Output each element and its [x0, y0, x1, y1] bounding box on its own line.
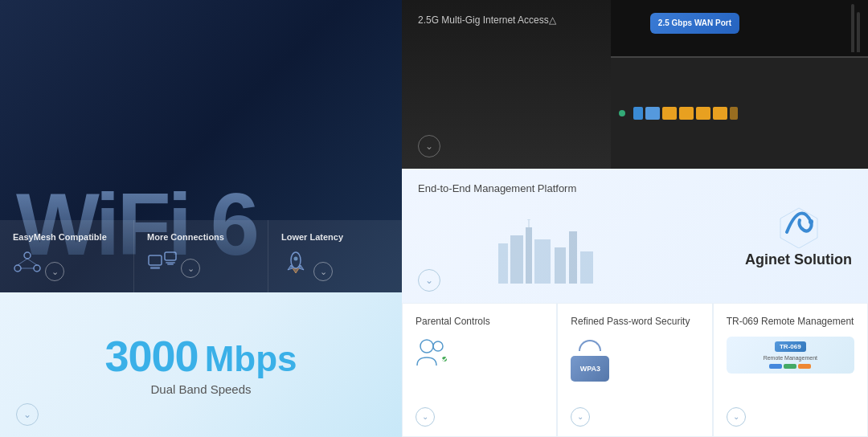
password-title: Refined Pass-word Security	[571, 315, 698, 329]
lan-port-1	[662, 107, 677, 120]
rocket-icon	[281, 249, 310, 275]
svg-point-1	[14, 265, 21, 272]
svg-rect-18	[555, 247, 566, 284]
svg-rect-19	[569, 231, 577, 284]
easymesh-feature[interactable]: EasyMesh Compatible ⌄	[0, 220, 134, 292]
usb-port	[633, 107, 643, 120]
svg-point-24	[433, 341, 443, 351]
parental-title: Parental Controls	[416, 315, 543, 329]
lan-port-5	[730, 107, 738, 120]
wan-port	[645, 107, 660, 120]
svg-rect-6	[149, 255, 162, 265]
connections-label: More Connections	[147, 231, 255, 243]
led-indicator	[619, 110, 625, 116]
parental-icon	[416, 337, 451, 369]
svg-rect-7	[150, 267, 160, 269]
svg-rect-9	[166, 262, 175, 263]
wifi6-features: EasyMesh Compatible ⌄ More Connections	[0, 220, 402, 292]
tr069-dots	[733, 364, 848, 369]
wifi6-card: WiFi 6 EasyMesh Compatible ⌄	[0, 0, 402, 292]
antenna-1	[851, 4, 854, 52]
speed-number: 3000	[104, 334, 198, 378]
right-column: 2.5G Multi-Gig Internet Access△	[402, 0, 868, 437]
aginet-brand: Aginet Solution	[745, 251, 852, 268]
latency-chevron[interactable]: ⌄	[313, 262, 333, 281]
svg-point-0	[24, 252, 31, 259]
svg-rect-17	[534, 239, 551, 284]
connections-icon	[147, 249, 178, 272]
left-column: WiFi 6 EasyMesh Compatible ⌄	[0, 0, 402, 437]
management-title: End-to-End Management Platform	[418, 182, 852, 196]
lan-port-4	[713, 107, 727, 120]
lan-port-3	[696, 107, 710, 120]
speed-chevron[interactable]: ⌄	[16, 403, 39, 426]
main-grid: WiFi 6 EasyMesh Compatible ⌄	[0, 0, 868, 437]
parental-controls-card: Parental Controls ⌄	[402, 303, 557, 437]
wan-badge: 2.5 Gbps WAN Port	[650, 13, 739, 34]
lock-shackle	[579, 340, 601, 351]
svg-point-12	[294, 257, 298, 261]
management-chevron[interactable]: ⌄	[418, 269, 440, 292]
aginet-logo-area: Aginet Solution	[745, 204, 852, 268]
parental-chevron[interactable]: ⌄	[416, 407, 435, 427]
aginet-logo-icon	[771, 204, 827, 248]
tr069-dot-1	[769, 364, 782, 369]
connections-feature[interactable]: More Connections ⌄	[134, 220, 268, 292]
speed-label: Dual Band Speeds	[150, 382, 251, 396]
city-illustration	[482, 219, 611, 287]
router-body	[611, 56, 868, 169]
tr069-dot-3	[798, 364, 811, 369]
lock-body-wpa3: WPA3	[571, 356, 609, 382]
router-chevron[interactable]: ⌄	[418, 135, 440, 157]
easymesh-chevron[interactable]: ⌄	[45, 262, 64, 281]
svg-point-2	[34, 265, 40, 272]
antenna-2	[857, 12, 860, 52]
svg-rect-14	[498, 243, 508, 284]
lock-visual: WPA3	[571, 340, 609, 382]
management-card: End-to-End Management Platform Aginet So…	[402, 169, 868, 303]
latency-label: Lower Latency	[281, 231, 389, 243]
tr069-visual: TR-069 Remote Management	[727, 337, 854, 374]
svg-line-4	[27, 259, 37, 265]
password-security-card: Refined Pass-word Security WPA3 ⌄	[557, 303, 712, 437]
svg-rect-8	[165, 252, 176, 260]
tr069-chevron[interactable]: ⌄	[727, 407, 746, 427]
svg-line-3	[18, 259, 27, 265]
speed-unit: Mbps	[205, 339, 297, 379]
speed-card: 3000 Mbps Dual Band Speeds ⌄	[0, 292, 402, 437]
router-card: 2.5G Multi-Gig Internet Access△	[402, 0, 868, 169]
password-chevron[interactable]: ⌄	[571, 407, 590, 427]
svg-rect-15	[510, 235, 523, 284]
tr069-badge: TR-069	[775, 341, 806, 352]
bottom-features: Parental Controls ⌄ Refined Pass-word Se…	[402, 303, 868, 437]
tr069-dot-2	[784, 364, 796, 369]
mesh-icon	[13, 249, 42, 275]
easymesh-label: EasyMesh Compatible	[13, 231, 121, 243]
tr069-card: TR-069 Remote Management TR-069 Remote M…	[713, 303, 868, 437]
svg-rect-10	[167, 263, 174, 265]
tr069-label: Remote Management	[733, 355, 848, 361]
svg-rect-20	[580, 251, 593, 284]
lan-port-2	[679, 107, 694, 120]
svg-rect-16	[526, 227, 532, 284]
svg-point-23	[420, 340, 433, 353]
latency-feature[interactable]: Lower Latency ⌄	[268, 220, 402, 292]
router-card-text: 2.5G Multi-Gig Internet Access△	[418, 13, 852, 27]
svg-point-13	[809, 219, 813, 224]
connections-chevron[interactable]: ⌄	[181, 259, 200, 278]
tr069-title: TR-069 Remote Management	[727, 315, 854, 329]
